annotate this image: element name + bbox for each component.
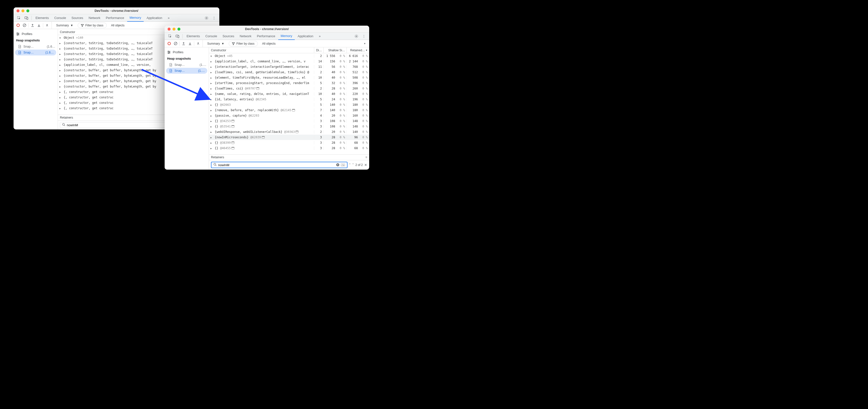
disclosure-triangle-icon[interactable]: ▶ xyxy=(211,142,213,144)
table-row[interactable]: ▶ {interactionTarget, interactionTargetE… xyxy=(209,64,369,69)
view-select[interactable]: Summary ▼ xyxy=(54,23,76,28)
search-box[interactable]: Aa xyxy=(211,162,347,168)
kebab-menu-icon[interactable]: ⋮ xyxy=(211,14,217,22)
clear-icon[interactable] xyxy=(22,23,27,28)
table-row[interactable]: ▶ {} @46455 3 28 0 % 68 0 % xyxy=(209,145,369,151)
table-row[interactable]: ▶ {id, latency, entries} @62345 5 24 0 %… xyxy=(209,97,369,102)
device-toggle-icon[interactable] xyxy=(174,33,181,40)
download-icon[interactable] xyxy=(188,41,192,46)
table-row[interactable]: ▶ {application_label, cl, command_line, … xyxy=(209,59,369,64)
disclosure-triangle-icon[interactable]: ▶ xyxy=(59,42,62,45)
tab-application[interactable]: Application xyxy=(144,14,165,22)
upload-icon[interactable] xyxy=(30,23,35,28)
snapshot-item-1[interactable]: Snap… (1.… xyxy=(165,62,209,68)
maximize-window-icon[interactable] xyxy=(26,9,29,12)
garbage-collect-icon[interactable] xyxy=(196,41,200,46)
traffic-lights[interactable] xyxy=(13,9,29,12)
disclosure-triangle-icon[interactable]: ▶ xyxy=(59,69,62,72)
snapshot-item-2[interactable]: Snap… (1.6… xyxy=(15,50,56,56)
prev-match-icon[interactable]: ˄ xyxy=(349,163,351,167)
disclosure-triangle-icon[interactable]: ▶ xyxy=(211,115,213,117)
disclosure-triangle-icon[interactable]: ▶ xyxy=(211,93,213,95)
table-row[interactable]: ▶ {remove, before, after, replaceWith} @… xyxy=(209,108,369,113)
view-select[interactable]: Summary ▼ xyxy=(205,41,227,46)
table-row[interactable]: ▶ {} @38399 3 28 0 % 68 0 % xyxy=(209,140,369,145)
disclosure-triangle-icon[interactable]: ▼ xyxy=(59,37,62,39)
clear-input-icon[interactable] xyxy=(336,163,339,167)
garbage-collect-icon[interactable] xyxy=(44,23,50,28)
col-retained[interactable]: Retained…▼ xyxy=(346,47,369,53)
profiles-header[interactable]: Profiles xyxy=(13,31,58,37)
table-row[interactable]: ▶ {loadTimes, csi} @49707 2 28 0 % 260 0… xyxy=(209,86,369,91)
chevron-down-icon[interactable]: ▼ xyxy=(362,41,367,46)
disclosure-triangle-icon[interactable]: ▶ xyxy=(211,125,213,128)
close-window-icon[interactable] xyxy=(17,9,20,12)
disclosure-triangle-icon[interactable]: ▶ xyxy=(211,120,213,122)
disclosure-triangle-icon[interactable]: ▶ xyxy=(59,107,62,110)
disclosure-triangle-icon[interactable]: ▶ xyxy=(211,98,213,101)
disclosure-triangle-icon[interactable]: ▶ xyxy=(211,136,213,139)
tab-console[interactable]: Console xyxy=(203,33,220,40)
disclosure-triangle-icon[interactable]: ▶ xyxy=(59,48,62,50)
tab-elements[interactable]: Elements xyxy=(33,14,51,22)
snapshot-item-1[interactable]: Snap… (1.6… xyxy=(13,43,58,50)
more-tabs-icon[interactable]: » xyxy=(316,33,323,40)
tab-performance[interactable]: Performance xyxy=(103,14,126,22)
disclosure-triangle-icon[interactable]: ▶ xyxy=(59,80,62,83)
disclosure-triangle-icon[interactable]: ▶ xyxy=(59,102,62,104)
table-row[interactable]: ▶ {loadTimes, csi, send, getVariableValu… xyxy=(209,69,369,75)
table-row[interactable]: ▶ {startTime, processingStart, processin… xyxy=(209,80,369,86)
tab-application[interactable]: Application xyxy=(295,33,316,40)
disclosure-triangle-icon[interactable]: ▶ xyxy=(59,53,62,56)
tab-sources[interactable]: Sources xyxy=(220,33,237,40)
traffic-lights[interactable] xyxy=(165,28,180,31)
disclosure-triangle-icon[interactable]: ▶ xyxy=(59,96,62,99)
disclosure-triangle-icon[interactable]: ▶ xyxy=(211,131,213,134)
disclosure-triangle-icon[interactable]: ▶ xyxy=(211,109,213,112)
disclosure-triangle-icon[interactable]: ▼ xyxy=(211,55,213,57)
maximize-window-icon[interactable] xyxy=(178,28,180,31)
filter-chip[interactable]: Filter by class xyxy=(78,23,106,28)
table-row[interactable]: ▶ {passive, capture} @62293 4 20 0 % 160… xyxy=(209,113,369,118)
match-case-icon[interactable]: Aa xyxy=(341,164,345,167)
grid-body[interactable]: ▼ Object ×45 2 1 556 0 % 6 616 0 % ▶ {ap… xyxy=(209,53,369,154)
table-row[interactable]: ▶ {nowInMicroseconds} @62039 3 28 0 % 96… xyxy=(209,135,369,140)
disclosure-triangle-icon[interactable]: ▶ xyxy=(59,86,62,88)
upload-icon[interactable] xyxy=(181,41,186,46)
table-row[interactable]: ▶ {name, value, rating, delta, entries, … xyxy=(209,91,369,97)
table-row[interactable]: ▶ {} @42663 5 140 0 % 180 0 % xyxy=(209,102,369,108)
disclosure-triangle-icon[interactable]: ▶ xyxy=(211,147,213,150)
inspect-icon[interactable] xyxy=(166,33,174,40)
close-window-icon[interactable] xyxy=(167,28,170,31)
record-icon[interactable] xyxy=(166,41,172,46)
retainers-header[interactable]: Retainers ≡ xyxy=(209,154,369,160)
tab-memory[interactable]: Memory xyxy=(278,33,295,40)
disclosure-triangle-icon[interactable]: ▶ xyxy=(59,91,62,93)
record-icon[interactable] xyxy=(16,23,21,28)
download-icon[interactable] xyxy=(36,23,41,28)
close-search-icon[interactable]: ✕ xyxy=(364,163,367,167)
object-group-row[interactable]: ▼ Object ×45 2 1 556 0 % 6 616 0 % xyxy=(209,53,369,59)
col-shallow[interactable]: Shallow Si… xyxy=(323,47,346,53)
disclosure-triangle-icon[interactable]: ▶ xyxy=(211,77,213,79)
inspect-icon[interactable] xyxy=(16,14,23,22)
tab-console[interactable]: Console xyxy=(52,14,68,22)
tab-elements[interactable]: Elements xyxy=(184,33,202,40)
disclosure-triangle-icon[interactable]: ▶ xyxy=(59,75,62,77)
col-constructor[interactable]: Constructor xyxy=(209,49,314,52)
scope-select[interactable]: All objects xyxy=(109,23,127,28)
clear-icon[interactable] xyxy=(173,41,178,46)
table-row[interactable]: ▶ {} @53541 3 108 0 % 148 0 % xyxy=(209,124,369,129)
device-toggle-icon[interactable] xyxy=(23,14,30,22)
tab-performance[interactable]: Performance xyxy=(254,33,278,40)
disclosure-triangle-icon[interactable]: ▶ xyxy=(211,60,213,63)
profiles-header[interactable]: Profiles xyxy=(165,49,209,56)
disclosure-triangle-icon[interactable]: ▶ xyxy=(59,58,62,61)
tab-network[interactable]: Network xyxy=(86,14,103,22)
more-tabs-icon[interactable]: » xyxy=(165,14,172,22)
search-input[interactable] xyxy=(218,163,335,167)
minimize-window-icon[interactable] xyxy=(173,28,176,31)
minimize-window-icon[interactable] xyxy=(22,9,24,12)
tab-network[interactable]: Network xyxy=(237,33,254,40)
table-row[interactable]: ▶ {} @34253 3 108 0 % 148 0 % xyxy=(209,118,369,124)
